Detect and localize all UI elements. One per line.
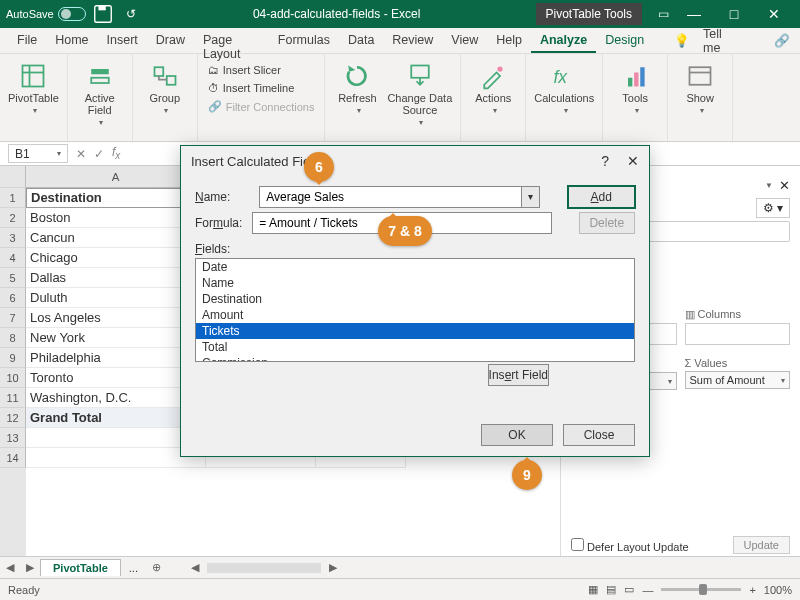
tab-home[interactable]: Home	[46, 28, 97, 53]
tab-draw[interactable]: Draw	[147, 28, 194, 53]
field-list-item[interactable]: Amount	[196, 307, 634, 323]
tab-file[interactable]: File	[8, 28, 46, 53]
fields-listbox[interactable]: DateNameDestinationAmountTicketsTotalCom…	[195, 258, 635, 362]
cell[interactable]: New York	[26, 328, 206, 348]
defer-layout-checkbox[interactable]: Defer Layout Update	[571, 538, 689, 553]
change-data-source-button[interactable]: Change Data Source▾	[387, 58, 452, 127]
minimize-button[interactable]: —	[674, 6, 714, 22]
name-dropdown-arrow[interactable]: ▾	[522, 186, 540, 208]
field-list-item[interactable]: Destination	[196, 291, 634, 307]
tab-help[interactable]: Help	[487, 28, 531, 53]
sheet-nav-prev[interactable]: ◀	[0, 561, 20, 574]
row-header[interactable]: 7	[0, 308, 26, 328]
active-field-button[interactable]: Active Field▾	[76, 58, 124, 127]
cell[interactable]: Toronto	[26, 368, 206, 388]
row-header[interactable]: 13	[0, 428, 26, 448]
insert-slicer-button[interactable]: 🗂Insert Slicer	[206, 62, 317, 78]
ribbon-display-icon[interactable]: ▭	[652, 3, 674, 25]
tab-design[interactable]: Design	[596, 28, 653, 53]
cell[interactable]: Chicago	[26, 248, 206, 268]
insert-timeline-button[interactable]: ⏱Insert Timeline	[206, 80, 317, 96]
cell[interactable]: Philadelphia	[26, 348, 206, 368]
undo-redo-icon[interactable]: ↺	[120, 3, 142, 25]
field-list-item[interactable]: Date	[196, 259, 634, 275]
field-list-item[interactable]: Total	[196, 339, 634, 355]
autosave-toggle[interactable]: AutoSave	[6, 7, 86, 21]
view-normal-icon[interactable]: ▦	[588, 583, 598, 596]
add-button[interactable]: Add	[568, 186, 636, 208]
row-header[interactable]: 5	[0, 268, 26, 288]
save-icon[interactable]	[92, 3, 114, 25]
calculations-button[interactable]: fxCalculations▾	[534, 58, 594, 115]
tab-page-layout[interactable]: Page Layout	[194, 28, 269, 53]
maximize-button[interactable]: □	[714, 6, 754, 22]
tab-analyze[interactable]: Analyze	[531, 28, 596, 53]
dialog-close-icon[interactable]: ✕	[627, 153, 639, 169]
ok-button[interactable]: OK	[481, 424, 553, 446]
hscroll-left[interactable]: ◀	[185, 561, 205, 574]
close-button[interactable]: Close	[563, 424, 635, 446]
dialog-help-button[interactable]: ?	[601, 153, 609, 169]
row-header[interactable]: 10	[0, 368, 26, 388]
group-button[interactable]: Group▾	[141, 58, 189, 115]
actions-button[interactable]: Actions▾	[469, 58, 517, 115]
name-box[interactable]: B1▾	[8, 144, 68, 163]
sheet-tab-pivottable[interactable]: PivotTable	[40, 559, 121, 576]
pane-dropdown-icon[interactable]: ▼	[765, 181, 773, 190]
share-button[interactable]: 🔗	[764, 28, 800, 53]
cell[interactable]: Destination▾	[26, 188, 206, 208]
row-header[interactable]: 6	[0, 288, 26, 308]
refresh-button[interactable]: Refresh▾	[333, 58, 381, 115]
row-header[interactable]: 8	[0, 328, 26, 348]
cell[interactable]: Duluth	[26, 288, 206, 308]
field-list-item[interactable]: Commission	[196, 355, 634, 362]
cell[interactable]: Washington, D.C.	[26, 388, 206, 408]
row-header[interactable]: 4	[0, 248, 26, 268]
cell[interactable]: Boston	[26, 208, 206, 228]
tab-formulas[interactable]: Formulas	[269, 28, 339, 53]
columns-drop-area[interactable]	[685, 323, 791, 345]
cell[interactable]: Los Angeles	[26, 308, 206, 328]
hscrollbar[interactable]	[207, 563, 321, 573]
tab-data[interactable]: Data	[339, 28, 383, 53]
view-page-layout-icon[interactable]: ▤	[606, 583, 616, 596]
zoom-out-button[interactable]: —	[642, 584, 653, 596]
fields-settings-button[interactable]: ⚙ ▾	[756, 198, 790, 218]
sheet-nav-next[interactable]: ▶	[20, 561, 40, 574]
row-header[interactable]: 12	[0, 408, 26, 428]
tools-button[interactable]: Tools▾	[611, 58, 659, 115]
row-header[interactable]: 14	[0, 448, 26, 468]
cell[interactable]	[26, 448, 206, 468]
field-list-item[interactable]: Name	[196, 275, 634, 291]
tab-review[interactable]: Review	[383, 28, 442, 53]
pivottable-button[interactable]: PivotTable▾	[8, 58, 59, 115]
row-header[interactable]: 9	[0, 348, 26, 368]
row-header[interactable]: 2	[0, 208, 26, 228]
close-window-button[interactable]: ✕	[754, 6, 794, 22]
hscroll-right[interactable]: ▶	[323, 561, 343, 574]
new-sheet-button[interactable]: ⊕	[146, 561, 167, 574]
cell[interactable]: Cancun	[26, 228, 206, 248]
tell-me[interactable]: 💡 Tell me	[665, 28, 746, 53]
sheet-tab-more[interactable]: ...	[121, 562, 146, 574]
zoom-slider[interactable]	[661, 588, 741, 591]
tab-insert[interactable]: Insert	[98, 28, 147, 53]
cell[interactable]	[26, 428, 206, 448]
cell[interactable]: Grand Total	[26, 408, 206, 428]
zoom-in-button[interactable]: +	[749, 584, 755, 596]
tab-view[interactable]: View	[442, 28, 487, 53]
field-list-item[interactable]: Tickets	[196, 323, 634, 339]
fx-icon[interactable]: fx	[112, 145, 120, 161]
row-header[interactable]: 11	[0, 388, 26, 408]
view-page-break-icon[interactable]: ▭	[624, 583, 634, 596]
row-header[interactable]: 1	[0, 188, 26, 208]
pane-close-icon[interactable]: ✕	[779, 178, 790, 193]
cell[interactable]: Dallas	[26, 268, 206, 288]
values-chip-sum-amount[interactable]: Sum of Amount▾	[685, 371, 791, 389]
show-button[interactable]: Show▾	[676, 58, 724, 115]
col-header-a[interactable]: A	[26, 166, 206, 188]
zoom-level[interactable]: 100%	[764, 584, 792, 596]
insert-field-button[interactable]: Insert Field	[488, 364, 549, 386]
row-header[interactable]: 3	[0, 228, 26, 248]
name-input[interactable]	[259, 186, 522, 208]
